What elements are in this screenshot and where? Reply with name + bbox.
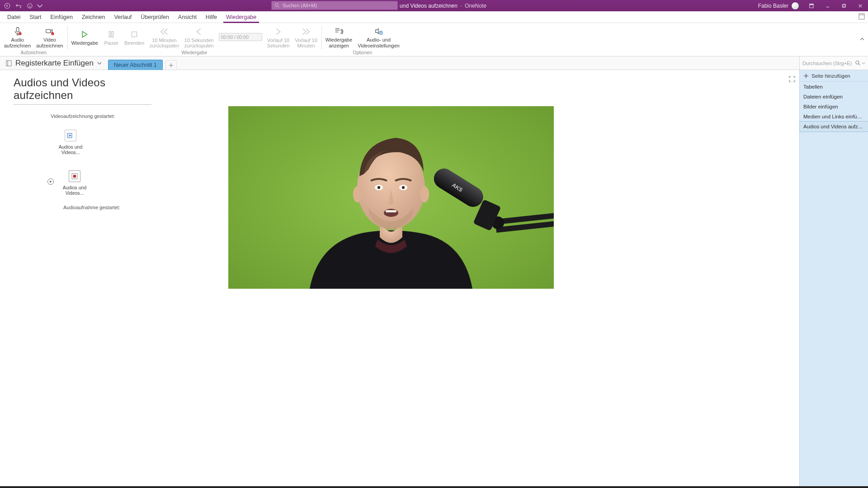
minimize-button[interactable] bbox=[820, 0, 835, 11]
rewind-icon bbox=[194, 27, 204, 37]
full-page-view-button[interactable] bbox=[788, 75, 796, 83]
box-icon bbox=[809, 3, 814, 9]
svg-point-37 bbox=[420, 186, 429, 202]
svg-point-36 bbox=[353, 186, 362, 202]
page-search-box[interactable]: Durchsuchen (Strg+E) bbox=[799, 56, 868, 70]
share-button[interactable] bbox=[858, 13, 865, 21]
svg-point-0 bbox=[5, 3, 9, 8]
svg-point-23 bbox=[380, 32, 382, 33]
ribbon-group-wiedergabe: Wiedergabe Pause Beenden 10 Minuten zurü… bbox=[67, 23, 321, 56]
collapse-ribbon-button[interactable] bbox=[859, 36, 865, 43]
page-canvas[interactable]: Audios und Videos aufzeichnen Videoaufze… bbox=[0, 70, 799, 486]
chevron-down-icon bbox=[37, 3, 43, 9]
play-label: Wiedergabe bbox=[71, 40, 98, 46]
embedded-audio-file[interactable]: Audios und Videos... bbox=[61, 170, 88, 196]
close-button[interactable] bbox=[853, 0, 868, 11]
svg-point-39 bbox=[377, 186, 380, 189]
rewind-10s-button[interactable]: 10 Sekunden zurückspulen bbox=[182, 25, 216, 50]
stop-button[interactable]: Beenden bbox=[122, 28, 146, 47]
note-text-video-started: Videoaufzeichnung gestartet: bbox=[51, 113, 115, 119]
page-title-container[interactable]: Audios und Videos aufzeichnen bbox=[14, 76, 151, 105]
camcorder-icon bbox=[45, 26, 55, 36]
tab-zeichnen[interactable]: Zeichnen bbox=[77, 12, 109, 23]
smiley-icon bbox=[27, 3, 33, 9]
tab-hilfe[interactable]: Hilfe bbox=[201, 12, 222, 23]
tab-wiedergabe[interactable]: Wiedergabe bbox=[222, 12, 261, 23]
page-item-medien-links[interactable]: Medien und Links einfügen bbox=[800, 112, 868, 122]
tab-ansicht[interactable]: Ansicht bbox=[174, 12, 201, 23]
see-playback-button[interactable]: Wiedergabe anzeigen bbox=[323, 24, 354, 49]
tab-ueberpruefen[interactable]: Überprüfen bbox=[136, 12, 174, 23]
page-item-dateien[interactable]: Dateien einfügen bbox=[800, 92, 868, 102]
pause-icon bbox=[106, 29, 116, 39]
title-rule bbox=[14, 104, 151, 105]
forward-10m-label: Vorlauf 10 Minuten bbox=[295, 38, 317, 49]
tab-datei[interactable]: Datei bbox=[3, 12, 25, 23]
av-settings-button[interactable]: Audio- und Videoeinstellungen bbox=[355, 24, 402, 49]
embedded-video-label: Audios und Videos... bbox=[57, 144, 84, 155]
ribbon-display-options-button[interactable] bbox=[804, 0, 819, 11]
tell-me-search[interactable]: Suchen (Alt+M) bbox=[271, 1, 398, 10]
video-preview[interactable]: AKS bbox=[228, 106, 554, 289]
pause-button[interactable]: Pause bbox=[101, 28, 121, 47]
chevron-down-icon bbox=[862, 61, 865, 65]
add-page-button[interactable]: Seite hinzufügen bbox=[800, 70, 868, 82]
undo-button[interactable] bbox=[14, 1, 23, 10]
plus-icon bbox=[169, 63, 174, 68]
minimize-icon bbox=[825, 3, 830, 9]
plus-icon bbox=[803, 73, 809, 79]
svg-rect-24 bbox=[6, 61, 11, 66]
rewind-double-icon bbox=[159, 27, 169, 37]
notebook-picker[interactable]: Registerkarte Einfügen bbox=[3, 59, 104, 68]
audio-play-marker[interactable] bbox=[47, 178, 54, 185]
rewind-10m-label: 10 Minuten zurückspulen bbox=[150, 38, 179, 49]
page-item-bilder[interactable]: Bilder einfügen bbox=[800, 102, 868, 112]
section-tab[interactable]: Neuer Abschnitt 1 bbox=[108, 60, 163, 70]
forward-10m-button[interactable]: Vorlauf 10 Minuten bbox=[292, 25, 320, 50]
forward-10s-button[interactable]: Vorlauf 10 Sekunden bbox=[265, 25, 292, 50]
svg-point-16 bbox=[19, 32, 21, 35]
video-record-button[interactable]: Video aufzeichnen bbox=[34, 24, 65, 49]
qat-customize-button[interactable] bbox=[37, 1, 43, 10]
svg-point-1 bbox=[28, 3, 33, 8]
svg-rect-7 bbox=[810, 4, 814, 5]
group-label-optionen: Optionen bbox=[353, 50, 373, 56]
account-button[interactable]: Fabio Basler bbox=[755, 2, 803, 10]
page-search-placeholder: Durchsuchen (Strg+E) bbox=[802, 61, 855, 66]
svg-point-3 bbox=[30, 5, 31, 5]
embedded-video-file[interactable]: Audios und Videos... bbox=[57, 130, 84, 155]
pause-label: Pause bbox=[104, 40, 118, 46]
microphone-icon bbox=[13, 26, 23, 36]
svg-line-5 bbox=[278, 6, 279, 8]
tab-start[interactable]: Start bbox=[25, 12, 46, 23]
add-page-label: Seite hinzufügen bbox=[811, 73, 850, 79]
svg-rect-19 bbox=[109, 31, 110, 37]
restore-button[interactable] bbox=[836, 0, 852, 11]
app-name: OneNote bbox=[465, 3, 486, 9]
add-section-button[interactable] bbox=[165, 60, 177, 70]
quick-access-toolbar bbox=[0, 1, 46, 10]
page-item-tabellen[interactable]: Tabellen bbox=[800, 82, 868, 92]
svg-rect-15 bbox=[16, 28, 19, 32]
undo-icon bbox=[15, 3, 22, 9]
forward-icon bbox=[273, 27, 283, 37]
forward-10s-label: Vorlauf 10 Sekunden bbox=[267, 38, 290, 49]
touch-mode-button[interactable] bbox=[25, 1, 34, 10]
notebook-name: Registerkarte Einfügen bbox=[15, 59, 94, 68]
rewind-10m-button[interactable]: 10 Minuten zurückspulen bbox=[147, 25, 181, 50]
audio-record-button[interactable]: Audio aufzeichnen bbox=[2, 24, 33, 49]
tab-verlauf[interactable]: Verlauf bbox=[109, 12, 136, 23]
share-icon bbox=[858, 13, 865, 20]
tab-einfuegen[interactable]: Einfügen bbox=[46, 12, 77, 23]
notebook-icon bbox=[5, 60, 13, 67]
svg-point-41 bbox=[402, 186, 405, 189]
see-playback-icon bbox=[334, 26, 344, 36]
play-button[interactable]: Wiedergabe bbox=[69, 28, 100, 47]
stop-label: Beenden bbox=[124, 40, 144, 46]
ribbon-tabs: Datei Start Einfügen Zeichnen Verlauf Üb… bbox=[0, 11, 868, 23]
taskbar-edge bbox=[0, 486, 868, 488]
back-button[interactable] bbox=[3, 1, 12, 10]
avatar-icon bbox=[791, 2, 799, 10]
page-item-audios-videos[interactable]: Audios und Videos aufzeichnen bbox=[799, 121, 868, 132]
group-label-wiedergabe: Wiedergabe bbox=[181, 50, 207, 56]
